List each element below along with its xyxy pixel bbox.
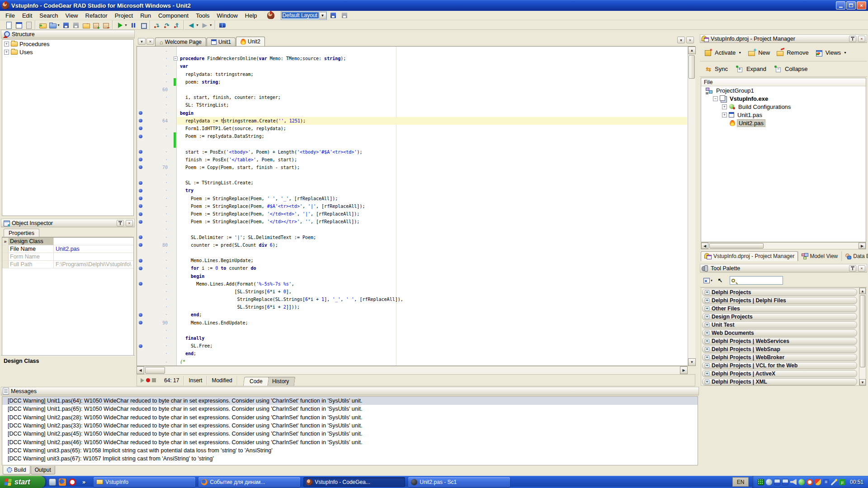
expand-icon[interactable]: + xyxy=(705,363,709,368)
message-row[interactable]: [DCC Warning] Unit2.pas(28): W1050 WideC… xyxy=(2,413,698,422)
close-page-icon[interactable]: × xyxy=(146,38,154,45)
expand-icon[interactable]: + xyxy=(705,323,709,327)
editor-horizontal-scrollbar[interactable]: ◀ ▶ xyxy=(137,366,688,374)
code-line[interactable]: - Form1.IdHTTP1.Get(source, replydata); xyxy=(137,125,687,132)
desktop-layout-combo[interactable]: Default Layout ▼ xyxy=(281,11,327,20)
help-book-button[interactable] xyxy=(217,21,227,30)
delete-layout-button[interactable] xyxy=(340,11,349,20)
fold-collapse-icon[interactable]: − xyxy=(174,56,178,61)
scroll-right-icon[interactable]: ▶ xyxy=(680,366,688,374)
task-folder[interactable]: VstupInfo xyxy=(94,477,195,487)
tray-sphere-icon[interactable] xyxy=(766,479,772,485)
scroll-up-icon[interactable]: ▲ xyxy=(688,47,696,54)
pm-horizontal-scrollbar[interactable]: ◀ ▶ xyxy=(701,242,866,249)
tp-category[interactable]: +Delphi Projects | WebServices xyxy=(702,338,857,345)
tray-opera-icon[interactable] xyxy=(807,479,813,485)
dock-tab-data-explorer[interactable]: Data Explorer xyxy=(841,251,868,261)
structure-item-uses[interactable]: +Uses xyxy=(2,48,133,56)
oi-property-value[interactable]: F:\Programs\Delphi\VstupInfo\ xyxy=(54,261,133,268)
message-row[interactable]: [DCC Warning] Unit2.pas(46): W1050 WideC… xyxy=(2,438,698,446)
pm-column-header[interactable]: File xyxy=(701,78,866,86)
pin-icon[interactable] xyxy=(117,220,124,226)
pm-hscroll-thumb[interactable] xyxy=(709,243,764,249)
pin-icon[interactable] xyxy=(849,36,856,42)
code-line[interactable]: · finally xyxy=(137,334,687,342)
code-line[interactable]: 80 counter := pred(SL.Count div 6); xyxy=(137,241,687,249)
code-line[interactable]: · SL.Free; xyxy=(137,342,687,350)
editor-chevron-down-icon[interactable]: ▾ xyxy=(677,37,685,43)
menu-run[interactable]: Run xyxy=(137,11,155,20)
dock-tab-model-view[interactable]: Model View xyxy=(798,251,841,261)
code-line[interactable]: · Poem := StringReplace(Poem, '</td><td>… xyxy=(137,210,687,218)
expand-icon[interactable]: + xyxy=(722,113,727,117)
collapse-icon[interactable]: − xyxy=(713,96,718,101)
tray-lan-2-icon[interactable] xyxy=(782,479,788,485)
editor-tab-unit1[interactable]: Unit1 xyxy=(207,38,236,46)
code-line[interactable]: · Poem := StringReplace(Poem, ' ', '_', … xyxy=(137,195,687,202)
code-line[interactable]: 60 xyxy=(137,86,687,94)
quicklaunch-firefox-icon[interactable] xyxy=(59,479,66,486)
expand-icon[interactable]: + xyxy=(705,355,709,360)
code-line[interactable]: · SL.Delimiter := '|'; SL.DelimitedText … xyxy=(137,234,687,241)
code-line[interactable]: · xyxy=(137,225,687,233)
save-layout-button[interactable] xyxy=(328,11,338,20)
vscroll-thumb[interactable] xyxy=(689,55,695,79)
menu-project[interactable]: Project xyxy=(111,11,137,20)
code-line[interactable]: ·begin xyxy=(137,109,687,117)
tp-category[interactable]: +Delphi Projects xyxy=(702,289,857,296)
pkg-add-button[interactable] xyxy=(91,21,101,30)
tp-category[interactable]: +Web Documents xyxy=(702,329,857,337)
tp-search-input[interactable] xyxy=(735,277,783,284)
expand-icon[interactable]: + xyxy=(705,298,709,303)
oi-row-full-path[interactable]: Full PathF:\Programs\Delphi\VstupInfo\ xyxy=(2,261,133,268)
expand-icon[interactable]: + xyxy=(705,380,709,384)
close-icon[interactable]: × xyxy=(858,36,865,42)
open-file-button[interactable] xyxy=(24,21,33,30)
dock-tab-project-manager[interactable]: VstupInfo.dproj - Project Manager xyxy=(701,251,798,261)
tray-torrent-icon[interactable]: µ xyxy=(839,479,845,485)
code-line[interactable]: · SL: TStringList; xyxy=(137,101,687,109)
code-line[interactable]: · SL := TStringList.Create; xyxy=(137,179,687,187)
code-line[interactable]: - Poem := StringReplace(Poem, #$A'<tr><t… xyxy=(137,202,687,210)
tp-category[interactable]: +Delphi Projects | Delphi Files xyxy=(702,297,857,304)
quick-launch-overflow-icon[interactable]: » xyxy=(82,479,85,485)
code-line[interactable] xyxy=(137,140,687,148)
run-until-return-button[interactable]: ⇪ xyxy=(172,21,182,30)
oi-row-file-name[interactable]: File NameUnit2.pas xyxy=(2,245,133,253)
task-scite[interactable]: Unit2.pas - Sc1 xyxy=(408,477,510,487)
scroll-up-icon[interactable]: ▲ xyxy=(859,288,866,294)
run-button[interactable]: ▼ xyxy=(115,21,128,30)
tray-lan-1-icon[interactable] xyxy=(774,479,780,485)
maximize-button[interactable] xyxy=(846,1,856,9)
code-line[interactable]: 64 replydata := tstringstream.Create('',… xyxy=(137,117,687,125)
pm-remove-button[interactable]: Remove xyxy=(774,47,811,58)
scroll-right-icon[interactable]: ▶ xyxy=(859,243,866,249)
program-reset-button[interactable] xyxy=(138,21,148,30)
code-line[interactable]: · Memo.Lines.BeginUpdate; xyxy=(137,257,687,264)
code-line[interactable]: · [SL.Strings[6*i + 0], xyxy=(137,288,687,296)
code-view[interactable]: -·−procedure FindWreckersOnline(var Memo… xyxy=(137,47,695,366)
code-line[interactable]: 90 Memo.Lines.EndUpdate; xyxy=(137,319,687,327)
tp-cursor-button[interactable]: ↖ xyxy=(715,276,726,286)
menu-tools[interactable]: Tools xyxy=(192,11,213,20)
pkg-remove-button[interactable] xyxy=(101,21,111,30)
save-button[interactable] xyxy=(61,21,71,30)
code-line[interactable]: -(* xyxy=(137,358,687,366)
code-line[interactable]: · xyxy=(137,249,687,257)
add-file-button[interactable] xyxy=(38,21,47,30)
tab-properties[interactable]: Properties xyxy=(4,229,39,237)
tp-vertical-scrollbar[interactable]: ▲ ▼ xyxy=(859,287,866,386)
code-line[interactable]: · replydata: tstringstream; xyxy=(137,70,687,78)
tray-layout-blue-icon[interactable]: ☰ xyxy=(823,479,829,485)
message-row[interactable]: [DCC Warning] Unit1.pas(65): W1050 WideC… xyxy=(2,405,698,413)
menu-window[interactable]: Window xyxy=(213,11,241,20)
code-line[interactable]: ·var xyxy=(137,62,687,70)
code-line[interactable]: · finish := PosEx('</table>', Poem, star… xyxy=(137,156,687,164)
quicklaunch-desktop-icon[interactable] xyxy=(49,479,56,486)
expand-icon[interactable]: + xyxy=(705,331,709,335)
oi-row-form-name[interactable]: Form Name xyxy=(2,253,133,261)
code-line[interactable]: · start := PosEx('<tbody>', Poem) + Leng… xyxy=(137,148,687,155)
expand-icon[interactable]: + xyxy=(4,42,9,47)
tp-category[interactable]: +Delphi Projects | VCL for the Web xyxy=(702,362,857,369)
close-button[interactable]: × xyxy=(857,1,866,9)
